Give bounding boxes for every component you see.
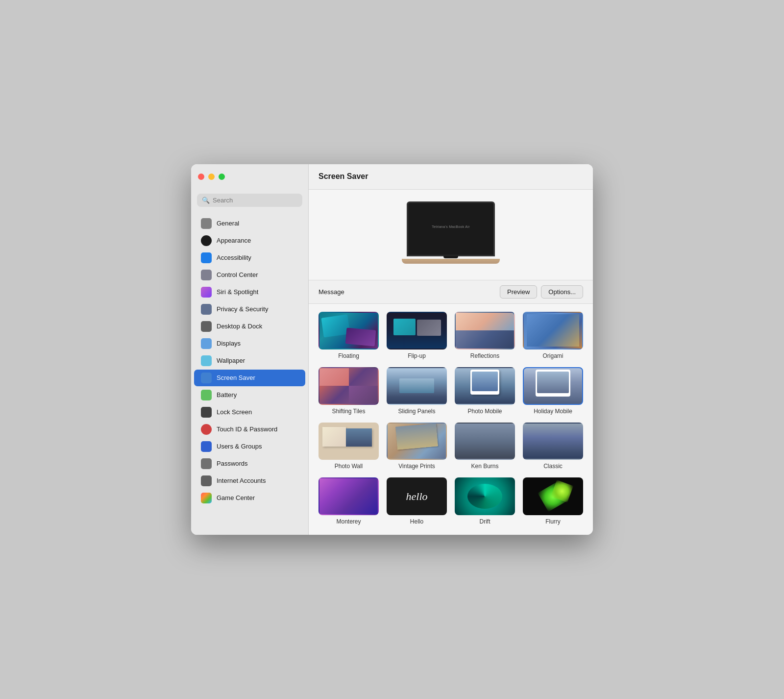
close-button[interactable] — [198, 174, 204, 180]
screensaver-item-floating[interactable]: Floating — [318, 312, 379, 359]
sidebar-item-accessibility[interactable]: Accessibility — [194, 250, 305, 266]
screensaver-thumb-hello: hello — [387, 477, 447, 515]
sidebar-item-general[interactable]: General — [194, 215, 305, 232]
screensaver-thumb-holidaymobile — [523, 367, 583, 405]
sidebar-label-internet: Internet Accounts — [217, 477, 266, 484]
screensaver-label-reflections: Reflections — [470, 352, 499, 359]
macbook-notch — [443, 255, 458, 258]
main-titlebar: Screen Saver — [309, 164, 593, 190]
macbook-label: Tetriana's MacBook Air — [432, 225, 470, 228]
sidebar-label-displays: Displays — [217, 340, 241, 347]
icon-lockscreen — [201, 407, 212, 418]
screensaver-thumb-kenburns — [455, 423, 515, 460]
icon-gamecenter — [201, 493, 212, 503]
screensaver-label-drift: Drift — [480, 518, 490, 525]
sidebar-label-accessibility: Accessibility — [217, 254, 251, 261]
screensaver-item-vintage[interactable]: Vintage Prints — [387, 423, 447, 470]
message-label: Message — [318, 288, 344, 296]
screensaver-label-hello: Hello — [410, 518, 423, 525]
screensaver-label-sliding: Sliding Panels — [398, 408, 435, 415]
sidebar-item-desktop[interactable]: Desktop & Dock — [194, 318, 305, 335]
icon-internet — [201, 475, 212, 486]
screensaver-item-sliding[interactable]: Sliding Panels — [387, 367, 447, 415]
titlebar — [191, 164, 308, 190]
screensaver-label-floating: Floating — [338, 352, 359, 359]
hello-text: hello — [406, 490, 428, 503]
sidebar-label-lockscreen: Lock Screen — [217, 408, 252, 416]
screensaver-label-vintage: Vintage Prints — [398, 463, 435, 470]
icon-desktop — [201, 321, 212, 332]
page-title: Screen Saver — [318, 172, 368, 181]
screensaver-item-flurry[interactable]: Flurry — [523, 477, 583, 525]
icon-siri — [201, 287, 212, 298]
icon-passwords — [201, 458, 212, 469]
screensaver-item-hello[interactable]: hello Hello — [387, 477, 447, 525]
screensaver-thumb-classic — [523, 423, 583, 460]
screensaver-label-origami: Origami — [542, 352, 563, 359]
sidebar-item-passwords[interactable]: Passwords — [194, 455, 305, 472]
sidebar-label-appearance: Appearance — [217, 237, 251, 244]
screensaver-thumb-shifting — [318, 367, 379, 405]
minimize-button[interactable] — [208, 174, 215, 180]
sidebar-item-touchid[interactable]: Touch ID & Password — [194, 421, 305, 438]
screensaver-item-shifting[interactable]: Shifting Tiles — [318, 367, 379, 415]
sidebar-label-general: General — [217, 220, 239, 227]
main-content: Tetriana's MacBook Air Message Preview O… — [309, 190, 593, 535]
screensaver-item-holidaymobile[interactable]: Holiday Mobile — [523, 367, 583, 415]
screensaver-item-flipup[interactable]: Flip-up — [387, 312, 447, 359]
sidebar-item-screensaver[interactable]: Screen Saver — [194, 370, 305, 386]
sidebar-item-wallpaper[interactable]: Wallpaper — [194, 352, 305, 369]
icon-controlcenter — [201, 270, 212, 280]
screensaver-label-holidaymobile: Holiday Mobile — [534, 408, 572, 415]
screensaver-item-monterey[interactable]: Monterey — [318, 477, 379, 525]
sidebar-item-siri[interactable]: Siri & Spotlight — [194, 284, 305, 300]
sidebar-item-internet[interactable]: Internet Accounts — [194, 473, 305, 489]
icon-privacy — [201, 304, 212, 315]
screensaver-item-origami[interactable]: Origami — [523, 312, 583, 359]
options-button[interactable]: Options... — [541, 285, 583, 299]
screensaver-grid: Floating Flip-up Reflections Origami — [309, 312, 593, 535]
search-input[interactable] — [213, 197, 297, 204]
sidebar-label-siri: Siri & Spotlight — [217, 288, 258, 296]
sidebar-item-privacy[interactable]: Privacy & Security — [194, 301, 305, 318]
screensaver-label-kenburns: Ken Burns — [471, 463, 498, 470]
screensaver-item-photowall[interactable]: Photo Wall — [318, 423, 379, 470]
main-panel: Screen Saver Tetriana's MacBook Air Mess… — [309, 164, 593, 535]
sidebar-item-users[interactable]: Users & Groups — [194, 438, 305, 455]
screensaver-label-classic: Classic — [543, 463, 563, 470]
macbook-base — [402, 259, 500, 264]
screensaver-item-kenburns[interactable]: Ken Burns — [455, 423, 515, 470]
screensaver-thumb-monterey — [318, 477, 379, 515]
screensaver-item-reflections[interactable]: Reflections — [455, 312, 515, 359]
sidebar-label-passwords: Passwords — [217, 460, 248, 467]
screensaver-label-photomobile: Photo Mobile — [467, 408, 502, 415]
sidebar-item-battery[interactable]: Battery — [194, 387, 305, 403]
screensaver-item-drift[interactable]: Drift — [455, 477, 515, 525]
preview-button[interactable]: Preview — [500, 285, 537, 299]
icon-displays — [201, 338, 212, 349]
search-bar[interactable]: 🔍 — [197, 194, 302, 207]
sidebar-item-displays[interactable]: Displays — [194, 335, 305, 352]
icon-appearance — [201, 235, 212, 246]
icon-wallpaper — [201, 355, 212, 366]
icon-general — [201, 218, 212, 229]
maximize-button[interactable] — [219, 174, 225, 180]
sidebar-item-lockscreen[interactable]: Lock Screen — [194, 404, 305, 421]
screensaver-item-photomobile[interactable]: Photo Mobile — [455, 367, 515, 415]
sidebar-label-controlcenter: Control Center — [217, 271, 258, 278]
search-icon: 🔍 — [202, 197, 210, 204]
sidebar-label-users: Users & Groups — [217, 443, 262, 450]
screensaver-thumb-sliding — [387, 367, 447, 405]
screensaver-thumb-reflections — [455, 312, 515, 350]
main-window: 🔍 GeneralAppearanceAccessibilityControl … — [191, 164, 593, 535]
screensaver-label-shifting: Shifting Tiles — [332, 408, 365, 415]
sidebar: 🔍 GeneralAppearanceAccessibilityControl … — [191, 164, 309, 535]
icon-accessibility — [201, 252, 212, 263]
sidebar-label-touchid: Touch ID & Password — [217, 425, 277, 433]
sidebar-item-controlcenter[interactable]: Control Center — [194, 267, 305, 283]
screensaver-item-classic[interactable]: Classic — [523, 423, 583, 470]
screensaver-label-photowall: Photo Wall — [335, 463, 363, 470]
sidebar-items-list: GeneralAppearanceAccessibilityControl Ce… — [191, 213, 308, 535]
sidebar-item-gamecenter[interactable]: Game Center — [194, 490, 305, 506]
sidebar-item-appearance[interactable]: Appearance — [194, 232, 305, 249]
